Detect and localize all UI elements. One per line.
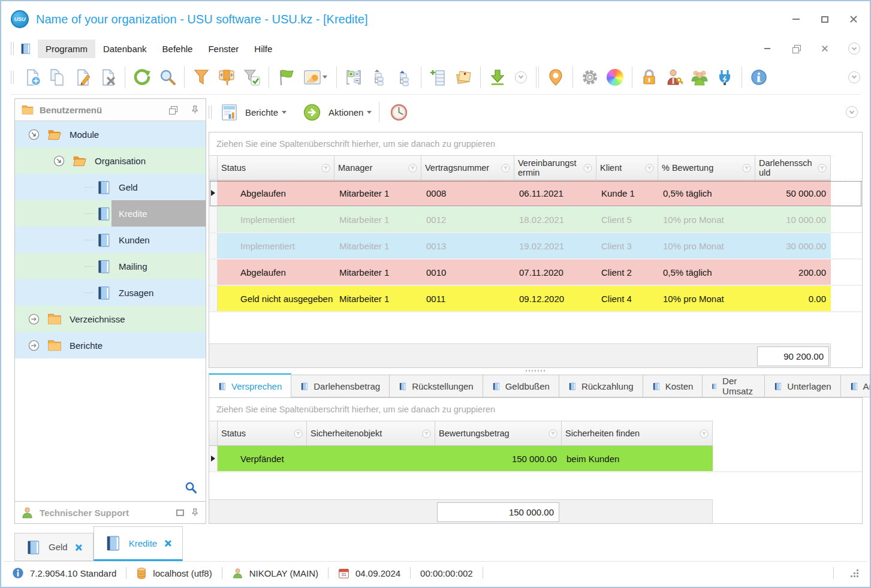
location-icon[interactable] bbox=[544, 65, 567, 89]
expand-tree-icon[interactable] bbox=[393, 65, 415, 89]
cell-klient[interactable]: Kunde 1 bbox=[596, 180, 658, 206]
collapse-node-icon[interactable] bbox=[53, 155, 65, 167]
mdi-restore-button[interactable] bbox=[791, 43, 801, 54]
cell-darlehensschuld[interactable]: 30 000.00 bbox=[755, 233, 831, 258]
filter-funnel-icon[interactable] bbox=[294, 429, 303, 438]
cell-status[interactable]: Abgelaufen bbox=[218, 180, 334, 206]
cell-manager[interactable]: Mitarbeiter 1 bbox=[334, 233, 421, 258]
column-header-klient[interactable]: Klient bbox=[596, 155, 658, 180]
technischer-support-panel[interactable]: Technischer Support bbox=[15, 501, 206, 523]
doc-tab-kredite[interactable]: Kredite bbox=[94, 526, 183, 561]
doc-tab-geld[interactable]: Geld bbox=[14, 533, 94, 561]
menu-hilfe[interactable]: Hilfe bbox=[246, 40, 280, 58]
cell-manager[interactable]: Mitarbeiter 1 bbox=[334, 286, 421, 311]
cell-vertragsnummer[interactable]: 0011 bbox=[421, 286, 514, 311]
tree-item-verzeichnisse[interactable]: Verzeichnisse bbox=[15, 306, 206, 332]
cell-vertragsnummer[interactable]: 0010 bbox=[421, 260, 514, 285]
column-header-vereinbarungstermin[interactable]: Vereinbarungstermin bbox=[514, 155, 596, 180]
copy-document-icon[interactable] bbox=[46, 65, 69, 89]
toolbar-more-chevron-icon[interactable] bbox=[515, 71, 527, 83]
cell-bewertung[interactable]: 10% pro Monat bbox=[658, 233, 755, 258]
cell-vereinbarungstermin[interactable]: 19.02.2021 bbox=[514, 233, 596, 258]
support-pin-icon[interactable] bbox=[190, 508, 200, 517]
cell-bewertung[interactable]: 0,5% täglich bbox=[658, 180, 755, 206]
filter-icon[interactable] bbox=[190, 65, 213, 89]
support-restore-icon[interactable] bbox=[176, 509, 184, 516]
menu-programm[interactable]: Programm bbox=[38, 40, 95, 58]
refresh-icon[interactable] bbox=[131, 65, 153, 89]
colors-icon[interactable] bbox=[604, 65, 626, 89]
mdi-minimize-button[interactable] bbox=[762, 43, 773, 54]
menu-fenster[interactable]: Fenster bbox=[200, 40, 246, 58]
cell-klient[interactable]: Client 5 bbox=[596, 207, 658, 232]
cell-manager[interactable]: Mitarbeiter 1 bbox=[334, 180, 421, 206]
filter-funnel-icon[interactable] bbox=[742, 164, 751, 173]
table-row[interactable]: Abgelaufen Mitarbeiter 1 0008 06.11.2021… bbox=[209, 180, 862, 207]
menu-overflow-chevron-icon[interactable] bbox=[848, 43, 860, 55]
cell-manager[interactable]: Mitarbeiter 1 bbox=[334, 207, 421, 232]
close-tab-icon[interactable] bbox=[75, 544, 82, 551]
filter-apply-icon[interactable] bbox=[240, 65, 263, 89]
filter-range-icon[interactable] bbox=[215, 65, 238, 89]
filter-funnel-icon[interactable] bbox=[645, 164, 654, 173]
clock-icon[interactable] bbox=[388, 100, 409, 124]
cell-klient[interactable]: Client 3 bbox=[596, 233, 658, 258]
expand-node-icon[interactable] bbox=[28, 340, 40, 351]
toolbar-drag-handle2[interactable] bbox=[11, 71, 14, 84]
users-icon[interactable] bbox=[688, 65, 711, 89]
tab-versprechen[interactable]: Versprechen bbox=[209, 373, 291, 397]
table-row[interactable]: Abgelaufen Mitarbeiter 1 0010 07.11.2020… bbox=[209, 260, 862, 286]
cell-vertragsnummer[interactable]: 0012 bbox=[421, 207, 514, 232]
cell-darlehensschuld[interactable]: 0.00 bbox=[755, 286, 831, 311]
table-row[interactable]: Implementiert Mitarbeiter 1 0012 18.02.2… bbox=[209, 207, 862, 233]
column-header-darlehensschuld[interactable]: Darlehensschuld bbox=[755, 155, 831, 180]
column-header-sicherheitenobjekt[interactable]: Sicherheitenobjekt bbox=[307, 421, 435, 446]
export-download-icon[interactable] bbox=[486, 65, 509, 89]
tree-item-organisation[interactable]: Organisation bbox=[15, 147, 206, 174]
table-row[interactable]: Implementiert Mitarbeiter 1 0013 19.02.2… bbox=[209, 233, 862, 260]
cell-darlehensschuld[interactable]: 200.00 bbox=[755, 260, 831, 285]
cell-sicherheitenobjekt[interactable] bbox=[307, 446, 435, 471]
mdi-close-button[interactable] bbox=[819, 43, 830, 54]
edit-document-icon[interactable] bbox=[71, 65, 94, 89]
tree-item-zusagen[interactable]: Zusagen bbox=[15, 279, 206, 306]
horizontal-splitter[interactable] bbox=[209, 368, 863, 373]
maximize-button[interactable] bbox=[819, 14, 830, 25]
cell-bewertung[interactable]: 0,5% täglich bbox=[658, 260, 755, 285]
panel-pin-icon[interactable] bbox=[190, 105, 200, 114]
resize-grip[interactable] bbox=[849, 568, 859, 578]
column-header-bewertung[interactable]: % Bewertung bbox=[658, 155, 755, 180]
cell-sicherheiten-finden[interactable]: beim Kunden bbox=[562, 446, 713, 471]
cell-vereinbarungstermin[interactable]: 06.11.2021 bbox=[514, 180, 596, 206]
tree-item-kredite[interactable]: Kredite bbox=[15, 200, 206, 227]
filter-funnel-icon[interactable] bbox=[422, 429, 431, 438]
berichte-button[interactable]: Berichte bbox=[245, 107, 278, 117]
notes-icon[interactable] bbox=[452, 65, 475, 89]
filter-funnel-icon[interactable] bbox=[501, 164, 510, 173]
expand-nodes-icon[interactable] bbox=[342, 65, 365, 89]
table-row[interactable]: Geld nicht ausgegeben Mitarbeiter 1 0011… bbox=[209, 286, 862, 312]
cell-klient[interactable]: Client 4 bbox=[596, 286, 658, 311]
cell-darlehensschuld[interactable]: 10 000.00 bbox=[755, 207, 831, 232]
cell-status[interactable]: Implementiert bbox=[218, 207, 334, 232]
filter-funnel-icon[interactable] bbox=[583, 164, 592, 173]
filter-funnel-icon[interactable] bbox=[700, 429, 709, 438]
close-button[interactable] bbox=[848, 14, 859, 25]
tab-unterlagen[interactable]: Unterlagen bbox=[765, 375, 840, 397]
add-column-icon[interactable] bbox=[427, 65, 450, 89]
group-by-bar[interactable]: Ziehen Sie eine Spaltenüberschrift hierh… bbox=[209, 132, 862, 155]
search-icon[interactable] bbox=[156, 65, 179, 89]
tree-item-mailing[interactable]: Mailing bbox=[15, 253, 206, 279]
menu-datenbank[interactable]: Datenbank bbox=[95, 40, 155, 58]
plugin-icon[interactable] bbox=[713, 65, 736, 89]
cell-vertragsnummer[interactable]: 0013 bbox=[421, 233, 514, 258]
detail-group-by-bar[interactable]: Ziehen Sie eine Spaltenüberschrift hierh… bbox=[209, 398, 862, 421]
tab-der-umsatz[interactable]: Der Umsatz bbox=[703, 375, 765, 397]
new-document-icon[interactable] bbox=[21, 65, 44, 89]
tree-item-geld[interactable]: Geld bbox=[15, 174, 206, 200]
cell-vereinbarungstermin[interactable]: 07.11.2020 bbox=[514, 260, 596, 285]
filter-funnel-icon[interactable] bbox=[818, 164, 827, 173]
cell-bewertung[interactable]: 10% pro Monat bbox=[658, 207, 755, 232]
column-header-vertragsnummer[interactable]: Vertragsnummer bbox=[421, 155, 514, 180]
expand-node-icon[interactable] bbox=[28, 313, 40, 325]
